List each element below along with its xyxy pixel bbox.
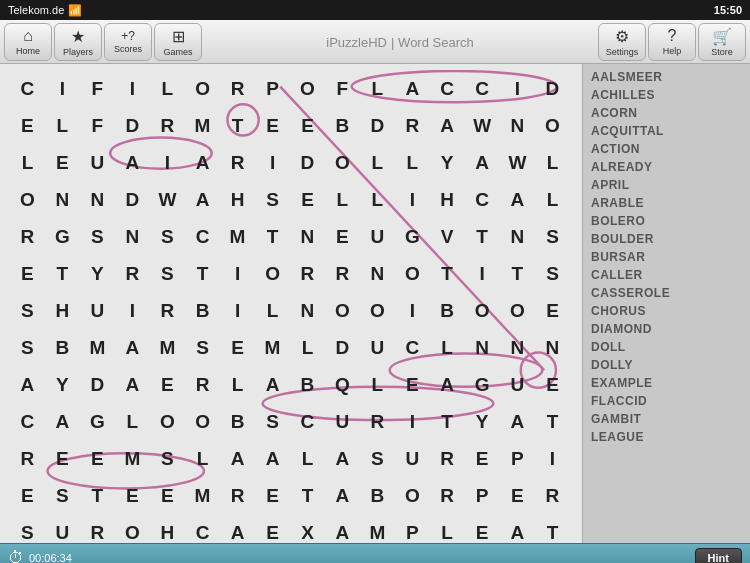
- grid-cell[interactable]: C: [465, 70, 500, 107]
- grid-cell[interactable]: U: [80, 144, 115, 181]
- grid-cell[interactable]: R: [220, 477, 255, 514]
- grid-cell[interactable]: T: [430, 403, 465, 440]
- grid-cell[interactable]: R: [395, 107, 430, 144]
- grid-cell[interactable]: D: [325, 329, 360, 366]
- grid-cell[interactable]: B: [290, 366, 325, 403]
- grid-cell[interactable]: E: [325, 218, 360, 255]
- grid-cell[interactable]: C: [10, 70, 45, 107]
- grid-cell[interactable]: R: [430, 477, 465, 514]
- grid-cell[interactable]: S: [45, 477, 80, 514]
- grid-cell[interactable]: S: [185, 329, 220, 366]
- grid-cell[interactable]: B: [185, 292, 220, 329]
- grid-cell[interactable]: E: [535, 366, 570, 403]
- grid-cell[interactable]: W: [465, 107, 500, 144]
- grid-cell[interactable]: T: [220, 107, 255, 144]
- grid-cell[interactable]: R: [290, 255, 325, 292]
- home-button[interactable]: ⌂ Home: [4, 23, 52, 61]
- grid-cell[interactable]: R: [360, 403, 395, 440]
- grid-cell[interactable]: R: [430, 440, 465, 477]
- grid-cell[interactable]: U: [325, 403, 360, 440]
- hint-button[interactable]: Hint: [695, 548, 742, 564]
- grid-cell[interactable]: F: [80, 107, 115, 144]
- grid-cell[interactable]: F: [325, 70, 360, 107]
- grid-cell[interactable]: C: [430, 70, 465, 107]
- grid-cell[interactable]: G: [80, 403, 115, 440]
- grid-cell[interactable]: P: [255, 70, 290, 107]
- grid-cell[interactable]: A: [430, 107, 465, 144]
- grid-cell[interactable]: M: [360, 514, 395, 551]
- grid-cell[interactable]: M: [185, 107, 220, 144]
- grid-cell[interactable]: U: [360, 329, 395, 366]
- grid-cell[interactable]: E: [10, 255, 45, 292]
- grid-cell[interactable]: X: [290, 514, 325, 551]
- grid-cell[interactable]: L: [430, 329, 465, 366]
- grid-cell[interactable]: O: [290, 70, 325, 107]
- grid-cell[interactable]: L: [115, 403, 150, 440]
- grid-cell[interactable]: C: [10, 403, 45, 440]
- grid-cell[interactable]: I: [395, 292, 430, 329]
- grid-cell[interactable]: O: [465, 292, 500, 329]
- grid-cell[interactable]: G: [465, 366, 500, 403]
- grid-cell[interactable]: T: [430, 255, 465, 292]
- grid-cell[interactable]: V: [430, 218, 465, 255]
- grid-cell[interactable]: A: [115, 366, 150, 403]
- grid-cell[interactable]: B: [430, 292, 465, 329]
- grid-cell[interactable]: Q: [325, 366, 360, 403]
- grid-cell[interactable]: L: [360, 366, 395, 403]
- grid-cell[interactable]: O: [150, 403, 185, 440]
- grid-cell[interactable]: R: [185, 366, 220, 403]
- grid-cell[interactable]: R: [10, 218, 45, 255]
- grid-cell[interactable]: W: [500, 144, 535, 181]
- grid-cell[interactable]: S: [150, 440, 185, 477]
- grid-cell[interactable]: E: [535, 292, 570, 329]
- grid-cell[interactable]: U: [395, 440, 430, 477]
- grid-cell[interactable]: D: [115, 181, 150, 218]
- grid-cell[interactable]: A: [185, 181, 220, 218]
- grid-cell[interactable]: N: [45, 181, 80, 218]
- grid-cell[interactable]: L: [360, 144, 395, 181]
- grid-cell[interactable]: B: [325, 107, 360, 144]
- grid-cell[interactable]: S: [10, 292, 45, 329]
- settings-button[interactable]: ⚙ Settings: [598, 23, 646, 61]
- scores-button[interactable]: +? Scores: [104, 23, 152, 61]
- grid-cell[interactable]: I: [535, 440, 570, 477]
- grid-cell[interactable]: F: [80, 70, 115, 107]
- grid-cell[interactable]: E: [150, 366, 185, 403]
- grid-cell[interactable]: A: [255, 440, 290, 477]
- grid-cell[interactable]: D: [80, 366, 115, 403]
- grid-cell[interactable]: O: [535, 107, 570, 144]
- grid-cell[interactable]: B: [220, 403, 255, 440]
- grid-cell[interactable]: B: [45, 329, 80, 366]
- help-button[interactable]: ? Help: [648, 23, 696, 61]
- grid-cell[interactable]: A: [325, 440, 360, 477]
- grid-cell[interactable]: M: [220, 218, 255, 255]
- grid-cell[interactable]: U: [500, 366, 535, 403]
- grid-cell[interactable]: A: [430, 366, 465, 403]
- grid-cell[interactable]: N: [500, 218, 535, 255]
- grid-cell[interactable]: I: [115, 70, 150, 107]
- grid-cell[interactable]: E: [150, 477, 185, 514]
- grid-cell[interactable]: L: [185, 440, 220, 477]
- grid-cell[interactable]: N: [500, 107, 535, 144]
- grid-cell[interactable]: L: [395, 144, 430, 181]
- grid-cell[interactable]: S: [255, 181, 290, 218]
- grid-cell[interactable]: O: [395, 477, 430, 514]
- grid-cell[interactable]: S: [255, 403, 290, 440]
- grid-cell[interactable]: Y: [80, 255, 115, 292]
- grid-cell[interactable]: O: [500, 292, 535, 329]
- grid-cell[interactable]: E: [290, 181, 325, 218]
- grid-cell[interactable]: T: [465, 218, 500, 255]
- grid-cell[interactable]: T: [290, 477, 325, 514]
- grid-cell[interactable]: E: [500, 477, 535, 514]
- grid-cell[interactable]: C: [395, 329, 430, 366]
- grid-cell[interactable]: N: [80, 181, 115, 218]
- grid-cell[interactable]: L: [45, 107, 80, 144]
- grid-cell[interactable]: T: [255, 218, 290, 255]
- grid-cell[interactable]: O: [325, 292, 360, 329]
- grid-cell[interactable]: N: [500, 329, 535, 366]
- grid-cell[interactable]: E: [255, 477, 290, 514]
- grid-cell[interactable]: S: [150, 218, 185, 255]
- grid-cell[interactable]: B: [360, 477, 395, 514]
- grid-cell[interactable]: E: [255, 514, 290, 551]
- grid-cell[interactable]: W: [150, 181, 185, 218]
